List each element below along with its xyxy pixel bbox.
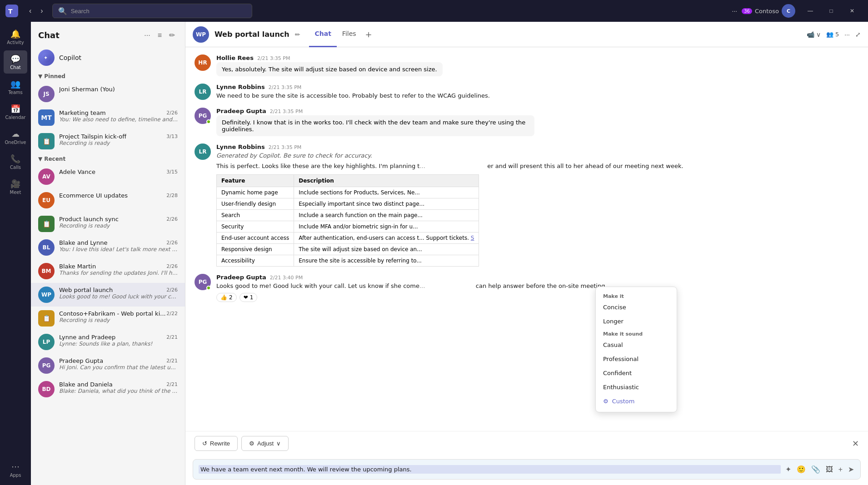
user-profile[interactable]: 36 Contoso C (742, 4, 795, 18)
send-button[interactable]: ➤ (847, 464, 855, 475)
chat-item-pradeep[interactable]: PG Pradeep Gupta 2/21 Hi Joni. Can you c… (31, 354, 185, 377)
rail-item-calendar[interactable]: 📅 Calendar (4, 100, 27, 124)
make-it-sound-label: Make it sound (596, 328, 677, 338)
message-group-lynne-1: LR Lynne Robbins 2/21 3:35 PM We need to… (195, 84, 859, 100)
ai-compose-button[interactable]: ✦ (784, 464, 792, 475)
chat-info-ecommerce: Ecommerce UI updates 2/28 (59, 192, 178, 199)
professional-label: Professional (603, 356, 639, 362)
chat-date-contoso-fab: 2/22 (166, 311, 178, 317)
close-rewrite-button[interactable]: ✕ (852, 439, 859, 449)
adjust-button[interactable]: ⚙ Adjust ∨ (241, 436, 289, 451)
chat-item-blake-lynne[interactable]: BL Blake and Lynne 2/26 You: I love this… (31, 236, 185, 259)
chat-date-marketing: 2/26 (166, 110, 178, 116)
search-input[interactable] (71, 8, 246, 15)
table-cell: After authentication, end-users can acce… (294, 232, 479, 243)
minimize-button[interactable]: — (800, 4, 821, 18)
chat-label: Chat (10, 65, 20, 70)
dropdown-item-casual[interactable]: Casual (596, 338, 677, 352)
filter-button[interactable]: ≡ (155, 29, 165, 41)
chat-item-product-launch[interactable]: 📋 Product launch sync 2/26 Recording is … (31, 212, 185, 236)
message-body-lynne-2: Lynne Robbins 2/21 3:35 PM Generated by … (216, 144, 859, 267)
message-text-hollie: Yes, absolutely. The site will adjust si… (222, 66, 437, 73)
rail-item-meet[interactable]: 🎥 Meet (4, 175, 27, 198)
rewrite-icon: ↺ (202, 440, 207, 447)
channel-more-button[interactable]: ··· (844, 31, 850, 38)
chat-item-blake-martin[interactable]: BM Blake Martin 2/26 Thanks for sending … (31, 259, 185, 283)
recent-label: Recent (44, 156, 65, 162)
close-button[interactable]: ✕ (842, 4, 863, 18)
message-group-pradeep-1: PG Pradeep Gupta 2/21 3:35 PM Definitely… (195, 108, 859, 136)
message-input-box[interactable]: We have a team event next month. We will… (193, 459, 861, 480)
chat-item-web-portal[interactable]: WP Web portal launch 2/26 Looks good to … (31, 283, 185, 307)
back-button[interactable]: ‹ (25, 5, 35, 17)
new-chat-button[interactable]: ✏ (166, 29, 178, 41)
tab-chat[interactable]: Chat (309, 22, 336, 47)
dropdown-item-concise[interactable]: Concise (596, 300, 677, 314)
attach-button[interactable]: 📎 (810, 464, 821, 475)
edit-icon[interactable]: ✏ (295, 31, 300, 38)
expand-button[interactable]: ⤢ (855, 31, 861, 38)
online-indicator-2 (206, 286, 211, 290)
sender-lynne-1: Lynne Robbins (216, 84, 265, 90)
rewrite-button[interactable]: ↺ Rewrite (195, 436, 238, 451)
reaction-heart[interactable]: ❤️ 1 (239, 293, 258, 302)
forward-button[interactable]: › (37, 5, 46, 17)
heart-emoji: ❤️ (244, 294, 248, 301)
reaction-thumbsup[interactable]: 👍 2 (216, 293, 237, 302)
dropdown-item-professional[interactable]: Professional (596, 352, 677, 366)
calls-label: Calls (10, 165, 21, 170)
chat-item-contoso-fab[interactable]: 📋 Contoso+Fabrikam - Web portal ki... 2/… (31, 307, 185, 330)
copilot-item[interactable]: ✦ Copilot (31, 45, 185, 70)
add-button[interactable]: + (838, 465, 843, 475)
chat-avatar-contoso-fab: 📋 (38, 310, 55, 327)
chat-date-blake-lynne: 2/26 (166, 240, 178, 246)
rail-item-chat[interactable]: 💬 Chat (4, 50, 27, 74)
participants-badge[interactable]: 👥 5 (826, 31, 839, 38)
chat-item-ecommerce[interactable]: EU Ecommerce UI updates 2/28 (31, 188, 185, 212)
chat-item-tailspin[interactable]: 📋 Project Tailspin kick-off 3/13 Recordi… (31, 129, 185, 153)
channel-avatar-group: WP (193, 26, 209, 43)
add-tab-button[interactable]: + (362, 22, 376, 47)
video-call-button[interactable]: 📹 ∨ (807, 31, 821, 38)
rail-item-apps[interactable]: ⋯ Apps (4, 458, 27, 481)
titlebar-actions: ··· 36 Contoso C — □ ✕ (732, 4, 863, 18)
message-copilot-note: Generated by Copilot. Be sure to check f… (216, 151, 859, 160)
chat-item-lynne-pradeep[interactable]: LP Lynne and Pradeep 2/21 Lynne: Sounds … (31, 330, 185, 354)
emoji-button[interactable]: 🙂 (796, 464, 807, 475)
sidebar-header-actions: ··· ≡ ✏ (141, 29, 178, 41)
rail-item-calls[interactable]: 📞 Calls (4, 150, 27, 173)
rail-item-teams[interactable]: 👥 Teams (4, 75, 27, 99)
chat-preview-contoso-fab: Recording is ready (59, 317, 178, 323)
chat-preview-pradeep: Hi Joni. Can you confirm that the latest… (59, 364, 178, 371)
chat-list: JS Joni Sherman (You) MT Marketing team … (31, 82, 185, 485)
chat-preview-blake-martin: Thanks for sending the updates Joni. I'l… (59, 270, 178, 276)
chat-item-marketing[interactable]: MT Marketing team 2/26 You: We also need… (31, 106, 185, 129)
dropdown-item-enthusiastic[interactable]: Enthusiastic (596, 380, 677, 394)
chat-item-joni[interactable]: JS Joni Sherman (You) (31, 82, 185, 106)
dropdown-item-custom[interactable]: ⚙ Custom (596, 394, 677, 408)
chat-item-adele[interactable]: AV Adele Vance 3/15 (31, 165, 185, 188)
rail-item-activity[interactable]: 🔔 Activity (4, 25, 27, 49)
chat-item-blake-daniela[interactable]: BD Blake and Daniela 2/21 Blake: Daniela… (31, 377, 185, 401)
recent-section-header[interactable]: ▼ Recent (31, 153, 185, 165)
adjust-dropdown[interactable]: Make it Concise Longer Make it sound Cas… (595, 287, 677, 412)
sidebar-more-button[interactable]: ··· (141, 29, 153, 41)
maximize-button[interactable]: □ (821, 4, 842, 18)
rail-item-onedrive[interactable]: ☁ OneDrive (4, 125, 27, 148)
chat-preview-web-portal: Looks good to me! Good luck with your ca… (59, 293, 178, 300)
dropdown-item-confident[interactable]: Confident (596, 366, 677, 380)
search-bar[interactable]: 🔍 (52, 4, 252, 18)
pinned-chevron: ▼ (38, 73, 42, 79)
message-bubble-hollie: Yes, absolutely. The site will adjust si… (216, 62, 443, 76)
meet-label: Meet (10, 190, 21, 195)
message-input-text[interactable]: We have a team event next month. We will… (199, 465, 781, 474)
chat-avatar-marketing: MT (38, 109, 55, 126)
dropdown-item-longer[interactable]: Longer (596, 314, 677, 328)
tab-files[interactable]: Files (337, 22, 362, 47)
message-body-pradeep-2: Pradeep Gupta 2/21 3:40 PM Looks good to… (216, 274, 859, 302)
pinned-section-header[interactable]: ▼ Pinned (31, 70, 185, 82)
messages-area[interactable]: HR Hollie Rees 2/21 3:35 PM Yes, absolut… (185, 47, 868, 431)
more-options-button[interactable]: ··· (732, 7, 738, 15)
reactions: 👍 2 ❤️ 1 (216, 293, 859, 302)
gif-button[interactable]: 🖼 (825, 465, 834, 475)
